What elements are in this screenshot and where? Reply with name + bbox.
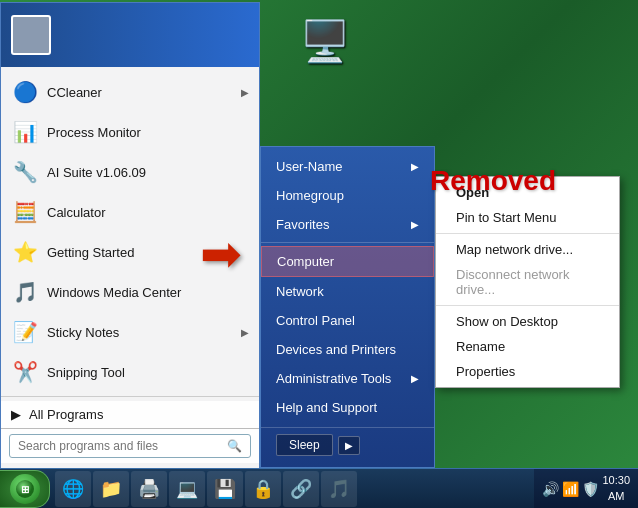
getting-started-label: Getting Started bbox=[47, 245, 134, 260]
sticky-notes-icon: 📝 bbox=[11, 318, 39, 346]
homegroup-label: Homegroup bbox=[276, 188, 344, 203]
computer-icon: 🖥️ bbox=[300, 18, 350, 65]
search-area: 🔍 bbox=[1, 428, 259, 463]
context-map-drive[interactable]: Map network drive... bbox=[436, 237, 619, 262]
network-label: Network bbox=[276, 284, 324, 299]
context-divider bbox=[436, 233, 619, 234]
taskbar-icon-disk[interactable]: 💾 bbox=[207, 471, 243, 507]
taskbar-icon-network[interactable]: 🔗 bbox=[283, 471, 319, 507]
ai-suite-label: AI Suite v1.06.09 bbox=[47, 165, 146, 180]
ccleaner-icon: 🔵 bbox=[11, 78, 39, 106]
power-arrow-button[interactable]: ▶ bbox=[338, 436, 360, 455]
right-panel-homegroup[interactable]: Homegroup bbox=[261, 181, 434, 210]
search-input[interactable] bbox=[18, 439, 227, 453]
context-rename[interactable]: Rename bbox=[436, 334, 619, 359]
all-programs-item[interactable]: ▶ All Programs bbox=[1, 401, 259, 428]
taskbar-icons: 🌐 📁 🖨️ 💻 💾 🔒 🔗 🎵 bbox=[50, 471, 534, 507]
all-programs-icon: ▶ bbox=[11, 407, 21, 422]
right-panel-control-panel[interactable]: Control Panel bbox=[261, 306, 434, 335]
help-support-label: Help and Support bbox=[276, 400, 377, 415]
windows-orb: ⊞ bbox=[10, 474, 40, 504]
tray-network-icon[interactable]: 📶 bbox=[562, 481, 579, 497]
svg-text:⊞: ⊞ bbox=[21, 484, 29, 495]
taskbar-icon-printer[interactable]: 🖨️ bbox=[131, 471, 167, 507]
right-panel-network[interactable]: Network bbox=[261, 277, 434, 306]
user-avatar bbox=[11, 15, 51, 55]
getting-started-icon: ⭐ bbox=[11, 238, 39, 266]
admin-tools-label: Administrative Tools bbox=[276, 371, 391, 386]
context-show-desktop[interactable]: Show on Desktop bbox=[436, 309, 619, 334]
submenu-arrow: ▶ bbox=[411, 373, 419, 384]
power-area: Sleep ▶ bbox=[261, 427, 434, 462]
right-panel-help-support[interactable]: Help and Support bbox=[261, 393, 434, 422]
red-arrow-indicator: ➡ bbox=[200, 225, 242, 283]
menu-item-snipping-tool[interactable]: ✂️ Snipping Tool bbox=[1, 352, 259, 392]
removed-label: Removed bbox=[430, 165, 556, 197]
right-panel-devices-printers[interactable]: Devices and Printers bbox=[261, 335, 434, 364]
taskbar-icon-media[interactable]: 🎵 bbox=[321, 471, 357, 507]
taskbar-icon-ie[interactable]: 🌐 bbox=[55, 471, 91, 507]
snipping-tool-icon: ✂️ bbox=[11, 358, 39, 386]
right-panel-admin-tools[interactable]: Administrative Tools ▶ bbox=[261, 364, 434, 393]
menu-item-sticky-notes[interactable]: 📝 Sticky Notes ▶ bbox=[1, 312, 259, 352]
menu-divider bbox=[1, 396, 259, 397]
windows-media-icon: 🎵 bbox=[11, 278, 39, 306]
context-properties[interactable]: Properties bbox=[436, 359, 619, 384]
submenu-arrow: ▶ bbox=[241, 327, 249, 338]
snipping-tool-label: Snipping Tool bbox=[47, 365, 125, 380]
start-menu-right-panel: User-Name ▶ Homegroup Favorites ▶ Comput… bbox=[260, 146, 435, 468]
taskbar-icon-lock[interactable]: 🔒 bbox=[245, 471, 281, 507]
submenu-arrow: ▶ bbox=[411, 219, 419, 230]
tray-security-icon[interactable]: 🛡️ bbox=[582, 481, 599, 497]
username-label: User-Name bbox=[276, 159, 342, 174]
devices-printers-label: Devices and Printers bbox=[276, 342, 396, 357]
right-panel-username[interactable]: User-Name ▶ bbox=[261, 152, 434, 181]
control-panel-label: Control Panel bbox=[276, 313, 355, 328]
ccleaner-label: CCleaner bbox=[47, 85, 102, 100]
system-clock[interactable]: 10:30AM bbox=[602, 473, 630, 504]
context-disconnect-drive: Disconnect network drive... bbox=[436, 262, 619, 302]
menu-item-ai-suite[interactable]: 🔧 AI Suite v1.06.09 bbox=[1, 152, 259, 192]
menu-item-ccleaner[interactable]: 🔵 CCleaner ▶ bbox=[1, 72, 259, 112]
taskbar: ⊞ 🌐 📁 🖨️ 💻 💾 🔒 🔗 🎵 🔊 📶 🛡️ 10:30AM bbox=[0, 468, 638, 508]
calculator-label: Calculator bbox=[47, 205, 106, 220]
desktop: SevenForums.com 🖥️ 🔵 CCleaner ▶ 📊 Proces… bbox=[0, 0, 638, 508]
submenu-arrow: ▶ bbox=[411, 161, 419, 172]
context-menu: OpenPin to Start MenuMap network drive..… bbox=[435, 176, 620, 388]
context-divider-2 bbox=[436, 305, 619, 306]
system-tray: 🔊 📶 🛡️ 10:30AM bbox=[534, 469, 638, 508]
start-menu-header bbox=[1, 3, 259, 67]
sleep-button[interactable]: Sleep bbox=[276, 434, 333, 456]
right-panel-computer[interactable]: Computer bbox=[261, 246, 434, 277]
taskbar-icon-computer[interactable]: 💻 bbox=[169, 471, 205, 507]
calculator-icon: 🧮 bbox=[11, 198, 39, 226]
context-pin-start[interactable]: Pin to Start Menu bbox=[436, 205, 619, 230]
computer-desktop-icon[interactable]: 🖥️ bbox=[300, 18, 350, 65]
windows-media-label: Windows Media Center bbox=[47, 285, 181, 300]
taskbar-icon-explorer[interactable]: 📁 bbox=[93, 471, 129, 507]
menu-item-process-monitor[interactable]: 📊 Process Monitor bbox=[1, 112, 259, 152]
right-panel-favorites[interactable]: Favorites ▶ bbox=[261, 210, 434, 239]
right-panel-divider bbox=[261, 242, 434, 243]
submenu-arrow: ▶ bbox=[241, 87, 249, 98]
search-box[interactable]: 🔍 bbox=[9, 434, 251, 458]
process-monitor-icon: 📊 bbox=[11, 118, 39, 146]
computer-label: Computer bbox=[277, 254, 334, 269]
favorites-label: Favorites bbox=[276, 217, 329, 232]
sticky-notes-label: Sticky Notes bbox=[47, 325, 119, 340]
start-button[interactable]: ⊞ bbox=[0, 470, 50, 508]
process-monitor-label: Process Monitor bbox=[47, 125, 141, 140]
ai-suite-icon: 🔧 bbox=[11, 158, 39, 186]
tray-sound-icon[interactable]: 🔊 bbox=[542, 481, 559, 497]
search-icon: 🔍 bbox=[227, 439, 242, 453]
all-programs-label: All Programs bbox=[29, 407, 103, 422]
